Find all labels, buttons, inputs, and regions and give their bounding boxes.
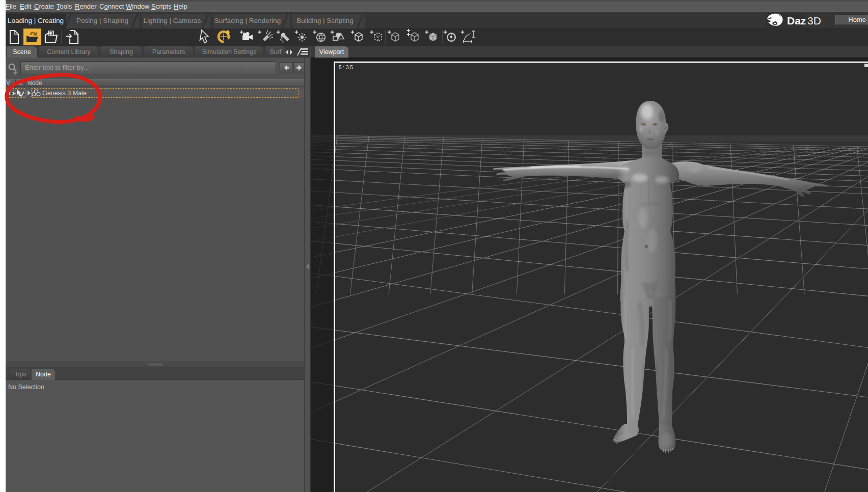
svg-text:5 : 3.5: 5 : 3.5 [339, 65, 353, 70]
svg-text:3D: 3D [807, 15, 821, 26]
svg-text:Daz: Daz [787, 15, 806, 26]
